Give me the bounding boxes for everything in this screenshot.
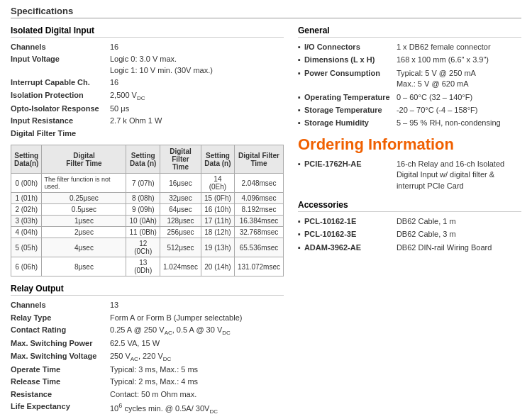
spec-input-voltage-label: Input Voltage xyxy=(11,54,110,76)
filter-cell: 1μsec xyxy=(42,216,126,227)
spec-isolation-label: Isolation Protection xyxy=(11,90,110,102)
relay-max-power: Max. Switching Power 62.5 VA, 15 W xyxy=(11,338,284,349)
pcl-1e-value: DB62 Cable, 1 m xyxy=(397,216,521,227)
filter-cell: 32μsec xyxy=(160,193,201,204)
relay-release-label: Release Time xyxy=(11,376,110,387)
filter-th-5: SettingData (n) xyxy=(201,145,234,174)
general-dimensions: Dimensions (L x H) 168 x 100 mm (6.6" x … xyxy=(298,55,521,65)
filter-cell: 16μsec xyxy=(160,174,201,193)
ordering-list: PCIE-1762H-AE 16-ch Relay and 16-ch Isol… xyxy=(298,159,521,191)
isolated-digital-input-title: Isolated Digital Input xyxy=(11,26,284,38)
filter-cell: 20 (14h) xyxy=(201,257,234,276)
relay-operate-value: Typical: 3 ms, Max.: 5 ms xyxy=(110,364,284,375)
op-temp-label: Operating Temperature xyxy=(304,92,397,103)
filter-cell: 3 (03h) xyxy=(11,216,42,227)
accessory-adam: ADAM-3962-AE DB62 DIN-rail Wiring Board xyxy=(298,242,521,253)
spec-isolation-value: 2,500 VDC xyxy=(110,90,284,102)
filter-th-2: DigitalFilter Time xyxy=(42,145,126,174)
relay-operate-time: Operate Time Typical: 3 ms, Max.: 5 ms xyxy=(11,364,284,375)
spec-opto-label: Opto-Isolator Response xyxy=(11,104,110,114)
filter-cell: 8.192msec xyxy=(234,204,283,216)
spec-channels-value: 16 xyxy=(110,42,284,52)
filter-cell: 2 (02h) xyxy=(11,204,42,216)
relay-max-voltage: Max. Switching Voltage 250 VAC, 220 VDC xyxy=(11,351,284,363)
io-connectors-label: I/O Connectors xyxy=(304,42,397,52)
filter-cell: 256μsec xyxy=(160,227,201,238)
left-column: Isolated Digital Input Channels 16 Input… xyxy=(11,26,284,419)
filter-cell: 128μsec xyxy=(160,216,201,227)
general-power: Power Consumption Typical: 5 V @ 250 mAM… xyxy=(298,68,521,90)
filter-cell: 8μsec xyxy=(42,257,126,276)
general-title: General xyxy=(298,26,521,38)
filter-row: 4 (04h) 2μsec 11 (0Bh) 256μsec 18 (12h) … xyxy=(11,227,284,238)
filter-row: 6 (06h) 8μsec 13 (0Dh) 1.024msec 20 (14h… xyxy=(11,257,284,276)
relay-type: Relay Type Form A or Form B (Jumper sele… xyxy=(11,313,284,323)
filter-cell: 10 (0Ah) xyxy=(126,216,160,227)
relay-life-label: Life Expectancy xyxy=(11,401,110,415)
filter-cell: 13 (0Dh) xyxy=(126,257,160,276)
filter-row: 1 (01h) 0.25μsec 8 (08h) 32μsec 15 (0Fh)… xyxy=(11,193,284,204)
relay-resistance: Resistance Contact: 50 m Ohm max. xyxy=(11,389,284,400)
filter-cell: 2μsec xyxy=(42,227,126,238)
relay-max-voltage-value: 250 VAC, 220 VDC xyxy=(110,351,284,363)
spec-resistance-label: Input Resistance xyxy=(11,116,110,126)
filter-cell: 2.048msec xyxy=(234,174,283,193)
ordering-pcie-label: PCIE-1762H-AE xyxy=(304,159,397,191)
storage-temp-value: -20 – 70°C (-4 – 158°F) xyxy=(397,105,521,116)
adam-value: DB62 DIN-rail Wiring Board xyxy=(397,242,521,253)
filter-row-special: 0 (00h) The filter function is not used.… xyxy=(11,174,284,193)
relay-max-power-value: 62.5 VA, 15 W xyxy=(110,338,284,349)
relay-operate-label: Operate Time xyxy=(11,364,110,375)
spec-input-voltage: Input Voltage Logic 0: 3.0 V max.Logic 1… xyxy=(11,54,284,76)
relay-max-power-label: Max. Switching Power xyxy=(11,338,110,349)
filter-cell: 65.536msec xyxy=(234,238,283,257)
relay-resistance-label: Resistance xyxy=(11,389,110,400)
filter-cell: 4 (04h) xyxy=(11,227,42,238)
spec-opto: Opto-Isolator Response 50 μs xyxy=(11,104,284,114)
filter-cell: 16 (10h) xyxy=(201,204,234,216)
filter-cell: 1.024msec xyxy=(160,257,201,276)
ordering-pcie-value: 16-ch Relay and 16-ch Isolated Digital I… xyxy=(397,159,521,191)
relay-channels: Channels 13 xyxy=(11,300,284,311)
spec-filter-title: Digital Filter Time xyxy=(11,128,284,139)
filter-cell: 16.384msec xyxy=(234,216,283,227)
spec-input-voltage-value: Logic 0: 3.0 V max.Logic 1: 10 V min. (3… xyxy=(110,54,284,76)
filter-cell: 4μsec xyxy=(42,238,126,257)
power-label: Power Consumption xyxy=(304,68,397,90)
power-value: Typical: 5 V @ 250 mAMax.: 5 V @ 620 mA xyxy=(397,68,521,90)
spec-interrupt-value: 16 xyxy=(110,77,284,88)
filter-cell: 0.25μsec xyxy=(42,193,126,204)
general-op-temp: Operating Temperature 0 – 60°C (32 – 140… xyxy=(298,92,521,103)
relay-type-value: Form A or Form B (Jumper selectable) xyxy=(110,313,284,323)
relay-output-specs: Channels 13 Relay Type Form A or Form B … xyxy=(11,300,284,415)
relay-release-value: Typical: 2 ms, Max.: 4 ms xyxy=(110,376,284,387)
filter-th-1: SettingData(n) xyxy=(11,145,42,174)
filter-th-6: Digital FilterTime xyxy=(234,145,283,174)
right-column: General I/O Connectors 1 x DB62 female c… xyxy=(298,26,521,419)
filter-table: SettingData(n) DigitalFilter Time Settin… xyxy=(11,145,284,276)
spec-isolation: Isolation Protection 2,500 VDC xyxy=(11,90,284,102)
spec-channels-label: Channels xyxy=(11,42,110,52)
filter-cell: 19 (13h) xyxy=(201,238,234,257)
filter-cell: 9 (09h) xyxy=(126,204,160,216)
filter-cell: 5 (05h) xyxy=(11,238,42,257)
isolated-digital-input-specs: Channels 16 Input Voltage Logic 0: 3.0 V… xyxy=(11,42,284,139)
spec-resistance: Input Resistance 2.7 k Ohm 1 W xyxy=(11,116,284,126)
storage-temp-label: Storage Temperature xyxy=(304,105,397,116)
relay-type-label: Relay Type xyxy=(11,313,110,323)
pcl-1e-label: PCL-10162-1E xyxy=(304,216,397,227)
page-title: Specifications xyxy=(11,6,521,18)
general-specs: I/O Connectors 1 x DB62 female connector… xyxy=(298,42,521,129)
adam-label: ADAM-3962-AE xyxy=(304,242,397,253)
filter-cell: 4.096msec xyxy=(234,193,283,204)
filter-cell: The filter function is not used. xyxy=(42,174,126,193)
spec-interrupt: Interrupt Capable Ch. 16 xyxy=(11,77,284,88)
general-storage-humidity: Storage Humidity 5 – 95 % RH, non-conden… xyxy=(298,118,521,128)
op-temp-value: 0 – 60°C (32 – 140°F) xyxy=(397,92,521,103)
filter-cell: 0.5μsec xyxy=(42,204,126,216)
filter-cell: 131.072msec xyxy=(234,257,283,276)
spec-resistance-value: 2.7 k Ohm 1 W xyxy=(110,116,284,126)
filter-cell: 11 (0Bh) xyxy=(126,227,160,238)
dimensions-value: 168 x 100 mm (6.6" x 3.9") xyxy=(397,55,521,65)
filter-cell: 1 (01h) xyxy=(11,193,42,204)
